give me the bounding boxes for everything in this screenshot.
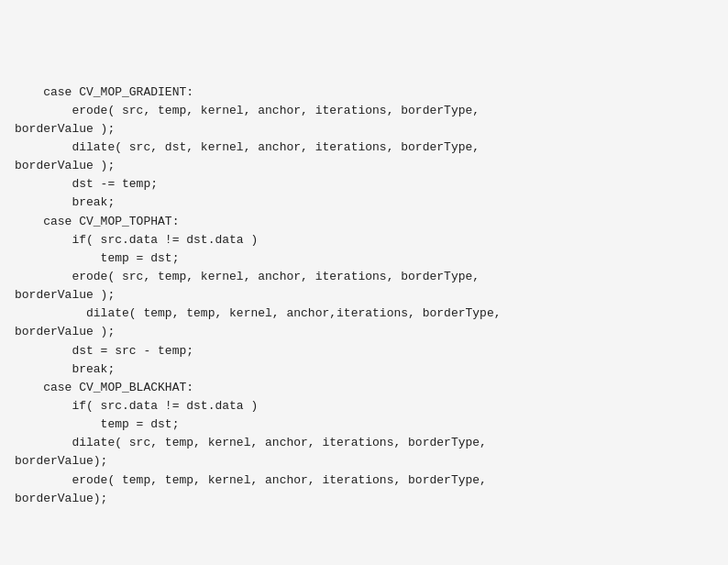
code-line: dilate( src, temp, kernel, anchor, itera… — [15, 434, 713, 452]
code-line: break; — [15, 194, 713, 212]
code-line: erode( src, temp, kernel, anchor, iterat… — [15, 268, 713, 286]
code-line: temp = dst; — [15, 415, 713, 434]
code-line: borderValue ); — [15, 323, 713, 341]
code-line: temp = dst; — [15, 249, 713, 268]
code-line: erode( temp, temp, kernel, anchor, itera… — [15, 471, 713, 490]
code-line: case CV_MOP_BLACKHAT: — [15, 379, 713, 397]
code-viewer: case CV_MOP_GRADIENT: erode( src, temp, … — [0, 0, 728, 565]
code-line: dilate( src, dst, kernel, anchor, iterat… — [15, 138, 713, 157]
code-line: borderValue ); — [15, 286, 713, 305]
code-line: case CV_MOP_GRADIENT: — [15, 83, 713, 102]
code-line: borderValue ); — [15, 157, 713, 175]
code-line: dst = src - temp; — [15, 342, 713, 360]
code-line: borderValue); — [15, 490, 713, 508]
code-line: borderValue); — [15, 452, 713, 471]
code-line: dst -= temp; — [15, 175, 713, 194]
code-line: case CV_MOP_TOPHAT: — [15, 213, 713, 231]
code-block: case CV_MOP_GRADIENT: erode( src, temp, … — [15, 46, 713, 508]
code-line: borderValue ); — [15, 120, 713, 138]
code-line: if( src.data != dst.data ) — [15, 231, 713, 249]
code-line: erode( src, temp, kernel, anchor, iterat… — [15, 102, 713, 120]
code-line: dilate( temp, temp, kernel, anchor,itera… — [15, 305, 713, 323]
code-line: if( src.data != dst.data ) — [15, 397, 713, 415]
code-line: break; — [15, 360, 713, 379]
